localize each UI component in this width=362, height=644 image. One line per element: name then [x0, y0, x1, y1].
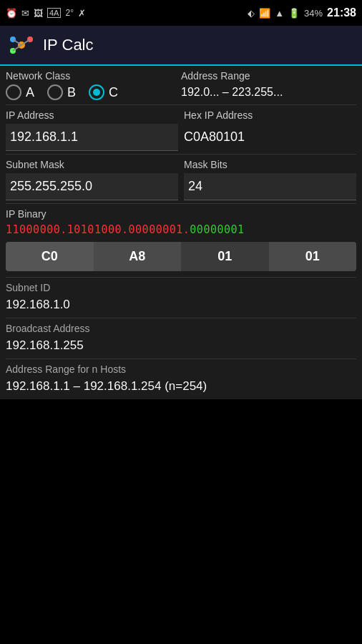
- label-a: A: [26, 85, 34, 100]
- hex-seg-3: 01: [269, 242, 357, 271]
- subnet-id-section: Subnet ID 192.168.1.0: [0, 278, 362, 318]
- address-range-value: 192.0... – 223.255...: [181, 86, 356, 99]
- subnet-mask-label: Subnet Mask: [6, 159, 178, 170]
- battery-percent: 34%: [304, 8, 323, 19]
- hex-seg-0: C0: [6, 242, 94, 271]
- alarm-icon: ⏰: [6, 8, 17, 19]
- label-b: B: [67, 85, 76, 100]
- broadcast-address-value: 192.168.1.255: [6, 336, 356, 357]
- network-class-right: Address Range 192.0... – 223.255...: [181, 70, 356, 99]
- app-logo: [9, 32, 34, 58]
- title-bar: IP Calc: [0, 26, 362, 66]
- status-bar: ⏰ ✉ 🖼 4A 2° ✗ ⬖ 📶 ▲ 🔋 34% 21:38: [0, 0, 362, 26]
- wifi-off-icon: ✗: [78, 8, 86, 19]
- network-class-label: Network Class: [6, 70, 181, 82]
- class-radio-row: A B C: [6, 84, 181, 100]
- broadcast-address-section: Broadcast Address 192.168.1.255: [0, 318, 362, 358]
- hex-seg-2: 01: [181, 242, 269, 271]
- subnet-id-label: Subnet ID: [6, 282, 356, 293]
- ip-address-field: IP Address: [6, 109, 178, 151]
- hex-ip-label: Hex IP Address: [184, 109, 356, 121]
- address-range-hosts-section: Address Range for n Hosts 192.168.1.1 – …: [0, 359, 362, 399]
- app-title: IP Calc: [43, 36, 94, 54]
- label-c: C: [109, 85, 118, 100]
- ip-binary-value: 11000000.10101000.00000001.00000001: [6, 223, 356, 238]
- clock: 21:38: [327, 6, 356, 19]
- ip-address-row: IP Address Hex IP Address C0A80101: [0, 105, 362, 154]
- degrees-icon: 2°: [65, 8, 73, 18]
- status-icons-left: ⏰ ✉ 🖼 4A 2° ✗: [6, 8, 86, 19]
- hex-segments: C0 A8 01 01: [6, 242, 356, 271]
- radio-a[interactable]: [6, 84, 21, 100]
- address-range-hosts-value: 192.168.1.1 – 192.168.1.254 (n=254): [6, 376, 356, 398]
- network-class-left: Network Class A B C: [6, 70, 181, 100]
- subnet-mask-input[interactable]: [6, 173, 178, 200]
- main-content: Network Class A B C Address Range 192.0.…: [0, 66, 362, 399]
- ip-address-label: IP Address: [6, 109, 178, 121]
- ip-binary-label: IP Binary: [6, 208, 356, 220]
- subnet-row: Subnet Mask Mask Bits: [0, 155, 362, 203]
- signal-icon: ▲: [275, 8, 284, 19]
- subnet-mask-field: Subnet Mask: [6, 159, 178, 200]
- hex-ip-value: C0A80101: [184, 124, 356, 147]
- wifi-icon: 📶: [259, 8, 270, 19]
- image-icon: 🖼: [34, 8, 43, 19]
- 4a-badge: 4A: [47, 8, 61, 18]
- radio-b[interactable]: [47, 84, 63, 100]
- ip-address-input[interactable]: [6, 124, 178, 151]
- broadcast-address-label: Broadcast Address: [6, 323, 356, 334]
- binary-red-part: 11000000.10101000.00000001.: [6, 223, 190, 236]
- mask-bits-input[interactable]: [184, 173, 356, 200]
- hex-seg-1: A8: [94, 242, 182, 271]
- mask-bits-field: Mask Bits: [184, 159, 356, 200]
- address-range-label: Address Range: [181, 70, 356, 82]
- network-class-section: Network Class A B C Address Range 192.0.…: [0, 66, 362, 104]
- binary-green-part: 00000001: [190, 223, 244, 236]
- status-icons-right: ⬖ 📶 ▲ 🔋 34% 21:38: [248, 6, 356, 19]
- mail-icon: ✉: [21, 8, 29, 19]
- bluetooth-icon: ⬖: [248, 8, 255, 19]
- hex-ip-field: Hex IP Address C0A80101: [184, 109, 356, 151]
- mask-bits-label: Mask Bits: [184, 159, 356, 170]
- battery-icon: 🔋: [288, 8, 300, 19]
- address-range-hosts-label: Address Range for n Hosts: [6, 364, 356, 375]
- subnet-id-value: 192.168.1.0: [6, 295, 356, 316]
- ip-binary-section: IP Binary 11000000.10101000.00000001.000…: [0, 204, 362, 277]
- radio-c[interactable]: [89, 84, 104, 100]
